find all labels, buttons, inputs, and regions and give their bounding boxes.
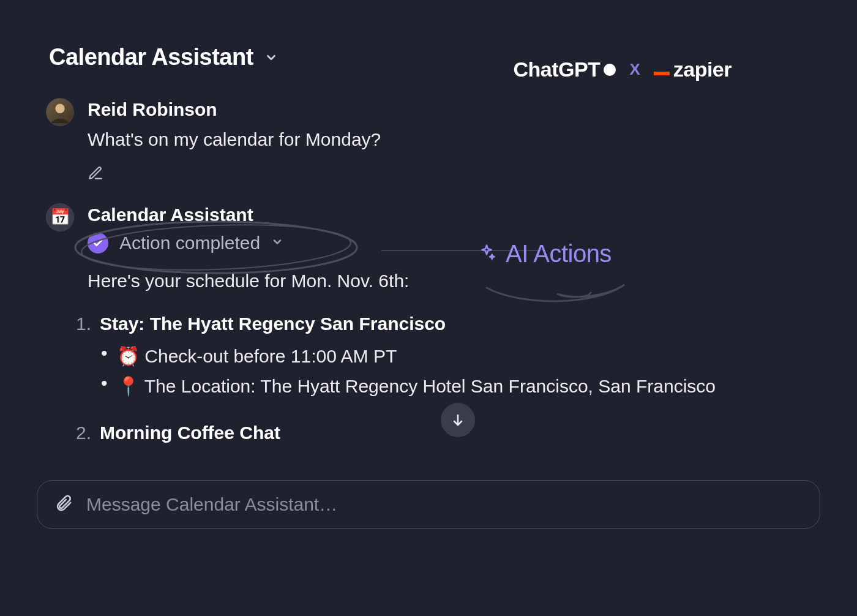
item-details: ⏰ Check-out before 11:00 AM PT 📍 The Loc…: [100, 345, 716, 397]
conversation: Reid Robinson What's on my calendar for …: [46, 98, 735, 480]
brand-chatgpt-text: ChatGPT: [513, 58, 600, 81]
ai-actions-label: AI Actions: [506, 240, 612, 268]
brand-zapier: zapier: [654, 58, 732, 81]
dot-icon: [604, 64, 616, 76]
detail-line: ⏰ Check-out before 11:00 AM PT: [117, 345, 716, 367]
composer[interactable]: Message Calendar Assistant…: [37, 480, 820, 529]
check-icon: [88, 233, 108, 254]
attachment-icon[interactable]: [54, 494, 73, 515]
zapier-underscore-icon: [654, 72, 670, 75]
branding-row: ChatGPT X zapier: [513, 58, 732, 81]
edit-icon[interactable]: [88, 165, 735, 184]
schedule-intro: Here's your schedule for Mon. Nov. 6th:: [88, 271, 735, 291]
schedule-item: 2. Morning Coffee Chat: [69, 423, 735, 443]
detail-line: 📍 The Location: The Hyatt Regency Hotel …: [117, 375, 716, 397]
assistant-avatar: 📅: [46, 203, 74, 231]
brand-chatgpt: ChatGPT: [513, 58, 616, 81]
item-title: Stay: The Hyatt Regency San Francisco: [100, 314, 446, 334]
chevron-down-icon: [264, 51, 278, 64]
user-name: Reid Robinson: [88, 99, 735, 120]
assistant-name: Calendar Assistant: [88, 205, 735, 225]
schedule-list: 1. Stay: The Hyatt Regency San Francisco…: [69, 314, 735, 443]
user-message: Reid Robinson What's on my calendar for …: [46, 98, 735, 184]
chevron-down-icon: [271, 236, 283, 250]
page-title: Calendar Assistant: [49, 44, 253, 70]
brand-zapier-text: zapier: [673, 58, 732, 81]
item-title: Morning Coffee Chat: [100, 423, 280, 443]
item-number: 1.: [69, 314, 91, 334]
brand-separator: X: [629, 60, 640, 79]
ai-actions-callout: AI Actions: [477, 240, 612, 268]
action-completed-row[interactable]: Action completed: [88, 233, 735, 254]
user-avatar: [46, 98, 74, 126]
schedule-item: 1. Stay: The Hyatt Regency San Francisco…: [69, 314, 735, 405]
sparkle-icon: [477, 244, 496, 265]
assistant-message: 📅 Calendar Assistant Action completed He…: [46, 203, 735, 460]
scroll-down-button[interactable]: [441, 403, 475, 437]
title-row[interactable]: Calendar Assistant: [49, 44, 278, 70]
item-number: 2.: [69, 423, 91, 443]
svg-point-0: [55, 104, 64, 113]
action-status-label: Action completed: [119, 233, 260, 254]
composer-input[interactable]: Message Calendar Assistant…: [86, 494, 803, 515]
user-text: What's on my calendar for Monday?: [88, 126, 735, 153]
